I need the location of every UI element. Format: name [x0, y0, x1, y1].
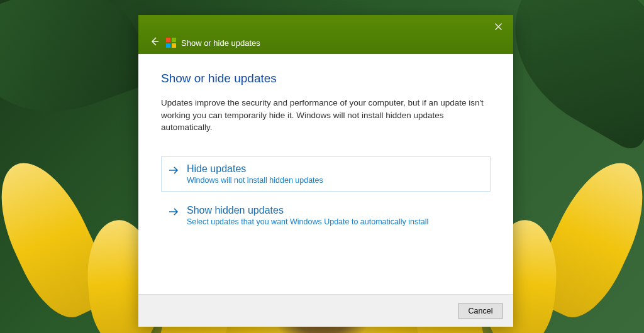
page-heading: Show or hide updates: [161, 72, 491, 85]
page-description: Updates improve the security and perform…: [161, 97, 491, 134]
cancel-button[interactable]: Cancel: [458, 303, 503, 319]
microsoft-logo-icon: [166, 38, 176, 48]
option-description: Windows will not install hidden updates: [187, 176, 482, 185]
back-arrow-icon[interactable]: [148, 35, 161, 48]
close-icon: [495, 23, 502, 30]
troubleshooter-dialog: Show or hide updates Show or hide update…: [138, 15, 513, 327]
option-hide-updates[interactable]: Hide updates Windows will not install hi…: [161, 156, 491, 192]
option-description: Select updates that you want Windows Upd…: [187, 217, 482, 226]
close-button[interactable]: [488, 19, 508, 34]
dialog-footer: Cancel: [138, 294, 513, 327]
window-title: Show or hide updates: [181, 38, 260, 48]
content-area: Show or hide updates Updates improve the…: [138, 54, 513, 294]
option-show-hidden-updates[interactable]: Show hidden updates Select updates that …: [161, 198, 491, 233]
arrow-right-icon: [168, 206, 180, 219]
option-title: Show hidden updates: [187, 205, 482, 216]
titlebar: Show or hide updates: [138, 15, 513, 54]
arrow-right-icon: [168, 165, 180, 177]
option-title: Hide updates: [187, 163, 482, 175]
